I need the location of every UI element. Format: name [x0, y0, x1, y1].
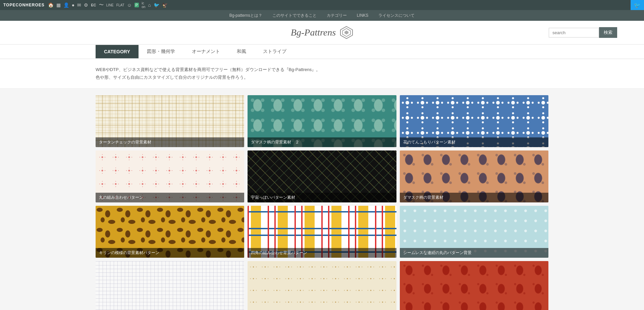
brand-logo: TOPECONHEROES [3, 3, 45, 7]
pattern-image [400, 261, 548, 310]
icon-person[interactable]: 👤 [63, 2, 69, 8]
search-area: 検索 [549, 27, 617, 38]
icon-bird[interactable]: 🐦 [154, 2, 159, 8]
pattern-card[interactable]: ダマスク柄の背景素材 [400, 150, 548, 202]
card-label: 四角の組み合わせ背景パターン [248, 248, 396, 258]
card-label: 花のてんこもりパターン素材 [400, 137, 548, 147]
tab-ストライプ[interactable]: ストライプ [255, 45, 295, 59]
pattern-grid: タータンチェックの背景素材ダマスク柄の背景素材 ２花のてんこもりパターン素材丸の… [96, 95, 548, 310]
pattern-card[interactable]: 丸の組み合わせパターン [96, 150, 244, 202]
main-content: タータンチェックの背景素材ダマスク柄の背景素材 ２花のてんこもりパターン素材丸の… [0, 88, 644, 310]
twitter-icon: 🐦 [634, 2, 641, 8]
logo-icon [340, 26, 353, 39]
logo-area: Bg-Pattrens [291, 26, 353, 39]
subnav-link[interactable]: Bg-patternsとは？ [229, 13, 262, 18]
search-input[interactable] [549, 28, 599, 38]
pattern-card[interactable]: 花のてんこもりパターン素材 [400, 95, 548, 147]
twitter-button[interactable]: 🐦 [631, 0, 644, 10]
tab-オーナメント[interactable]: オーナメント [183, 45, 228, 59]
subnav-link[interactable]: このサイトでできること [272, 13, 317, 18]
tab-和風[interactable]: 和風 [228, 45, 255, 59]
pattern-card[interactable] [96, 261, 244, 310]
description-line1: WEBやDTP、ビジネス資料などで使える背景素材を商用可でフリー（無料）ダウンロ… [96, 66, 548, 73]
pattern-card[interactable] [400, 261, 548, 310]
tabs-container: CATEGORY図形・幾何学オーナメント和風ストライプ [96, 45, 548, 59]
description: WEBやDTP、ビジネス資料などで使える背景素材を商用可でフリー（無料）ダウンロ… [0, 59, 644, 88]
icon-grid[interactable]: ▦ [56, 2, 61, 8]
tab-CATEGORY[interactable]: CATEGORY [96, 45, 139, 58]
pattern-card[interactable]: 四角の組み合わせ背景パターン [248, 206, 396, 258]
icon-flat[interactable]: FLAT [116, 3, 124, 7]
card-label: シームレスな連続の丸のパターン背景 [400, 248, 548, 258]
search-button[interactable]: 検索 [599, 27, 617, 38]
site-header: Bg-Pattrens 検索 [0, 21, 644, 45]
icon-mail[interactable]: ✉ [77, 2, 81, 8]
pattern-card[interactable]: ダマスク柄の背景素材 ２ [248, 95, 396, 147]
subnav-link[interactable]: LINKS [357, 13, 369, 18]
subnav-link[interactable]: ライセンスについて [378, 13, 415, 18]
icon-smiley[interactable]: ☺ [127, 2, 132, 8]
subnav-link[interactable]: カテゴリー [327, 13, 347, 18]
icon-house[interactable]: 🏠 [48, 2, 54, 8]
pattern-image [96, 261, 244, 310]
card-label: キリンの模様の背景素材パターン [96, 248, 244, 258]
icon-ec[interactable]: EC [91, 3, 96, 7]
site-title: Bg-Pattrens [291, 27, 336, 38]
topbar-icons: 🏠 ▦ 👤 ● ✉ ⚙ EC 〜 LINE FLAT ☺ P icon ⌂ 🐦 … [48, 1, 641, 9]
pattern-image [248, 261, 396, 310]
icon-line[interactable]: LINE [106, 3, 114, 7]
card-label: ダマスク柄の背景素材 [400, 193, 548, 202]
icon-bird2[interactable]: 🦅 [162, 2, 168, 8]
subnav: Bg-patternsとは？このサイトでできることカテゴリーLINKSライセンス… [0, 10, 644, 21]
tab-図形・幾何学[interactable]: 図形・幾何学 [139, 45, 183, 59]
card-label: タータンチェックの背景素材 [96, 137, 244, 147]
icon-parking[interactable]: P [135, 3, 139, 7]
icon-house2[interactable]: ⌂ [148, 2, 151, 8]
icon-wave[interactable]: 〜 [99, 2, 104, 8]
card-label: 宇宙っぽいパターン素材 [248, 193, 396, 202]
category-tabs: CATEGORY図形・幾何学オーナメント和風ストライプ [0, 45, 644, 59]
icon-icon-on[interactable]: icon [142, 1, 145, 9]
pattern-card[interactable]: 宇宙っぽいパターン素材 [248, 150, 396, 202]
icon-gear[interactable]: ⚙ [84, 2, 88, 8]
icon-circle[interactable]: ● [72, 2, 74, 8]
svg-marker-2 [344, 30, 348, 35]
pattern-card[interactable]: タータンチェックの背景素材 [96, 95, 244, 147]
topbar: TOPECONHEROES 🏠 ▦ 👤 ● ✉ ⚙ EC 〜 LINE FLAT… [0, 0, 644, 10]
card-label: 丸の組み合わせパターン [96, 193, 244, 202]
pattern-card[interactable] [248, 261, 396, 310]
card-label: ダマスク柄の背景素材 ２ [248, 137, 396, 147]
pattern-card[interactable]: キリンの模様の背景素材パターン [96, 206, 244, 258]
description-line2: 色や形、サイズも自由にカスタマイズして自分のオリジナルの背景を作ろう。 [96, 73, 548, 81]
pattern-card[interactable]: シームレスな連続の丸のパターン背景 [400, 206, 548, 258]
